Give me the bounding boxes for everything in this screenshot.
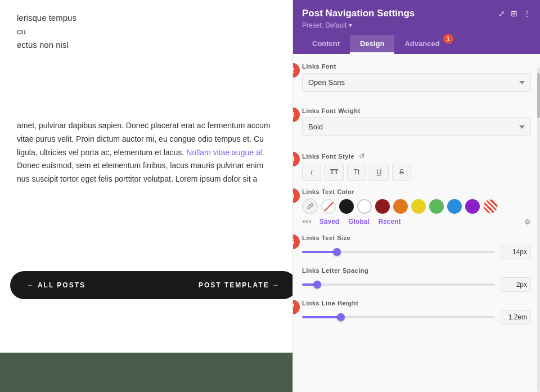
reset-font-style-icon[interactable]: ↺ xyxy=(359,152,365,160)
swatch-black[interactable] xyxy=(339,199,354,214)
more-options-icon[interactable]: ⋮ xyxy=(523,9,531,18)
underline-button[interactable]: U xyxy=(370,164,389,181)
links-font-style-section: 4 Links Font Style ↺ I TT Tt U S xyxy=(302,152,531,181)
links-font-section: 2 Links Font Open Sans Roboto Lato xyxy=(302,63,531,100)
links-letter-spacing-label: Links Letter Spacing xyxy=(302,267,531,274)
links-letter-spacing-slider-row xyxy=(302,277,531,292)
links-font-select[interactable]: Open Sans Roboto Lato xyxy=(302,73,531,92)
swatch-transparent[interactable] xyxy=(321,199,336,214)
top-line-1: lerisque tempus xyxy=(17,11,276,25)
bottom-green-strip xyxy=(0,353,292,392)
tab-content[interactable]: Content xyxy=(302,35,350,54)
swatch-orange[interactable] xyxy=(393,199,408,214)
scroll-track xyxy=(537,67,540,392)
links-text-size-slider-row xyxy=(302,245,531,259)
swatch-blue[interactable] xyxy=(447,199,462,214)
uppercase-button[interactable]: TT xyxy=(325,164,344,181)
links-letter-spacing-input[interactable] xyxy=(501,277,531,292)
italic-button[interactable]: I xyxy=(302,164,321,181)
font-style-buttons: I TT Tt U S xyxy=(302,164,531,181)
links-line-height-slider[interactable] xyxy=(302,316,495,318)
links-line-height-label: Links Line Height xyxy=(302,300,531,307)
body-text: amet, pulvinar dapibus sapien. Donec pla… xyxy=(17,119,276,186)
panel-header: Post Navigation Settings ⤢ ⊞ ⋮ Preset: D… xyxy=(293,0,540,54)
links-font-label: Links Font xyxy=(302,63,531,70)
step-badge-3: 3 xyxy=(293,107,300,122)
links-letter-spacing-slider[interactable] xyxy=(302,283,495,286)
color-settings-icon[interactable]: ⚙ xyxy=(524,218,531,226)
post-navigation-bar: ← ALL POSTS POST TEMPLATE → xyxy=(10,271,297,299)
links-font-style-label: Links Font Style xyxy=(302,153,354,160)
color-tabs-row: ••• Saved Global Recent ⚙ xyxy=(302,217,531,227)
all-posts-link[interactable]: ← ALL POSTS xyxy=(27,281,86,289)
swatch-white[interactable] xyxy=(357,199,372,214)
swatch-red[interactable] xyxy=(375,199,390,214)
global-color-tab[interactable]: Global xyxy=(344,217,374,227)
top-text-block: lerisque tempus cu ectus non nisl xyxy=(17,11,276,52)
eyedropper-button[interactable] xyxy=(302,199,318,214)
links-font-weight-label: Links Font Weight xyxy=(302,107,531,114)
panel-preset[interactable]: Preset: Default ▾ xyxy=(302,21,531,29)
panel-title-row: Post Navigation Settings ⤢ ⊞ ⋮ xyxy=(302,8,531,19)
links-line-height-section: 7 Links Line Height xyxy=(302,300,531,325)
columns-icon[interactable]: ⊞ xyxy=(511,9,518,18)
body-link[interactable]: Nullam vitae augue al xyxy=(186,148,262,157)
links-text-size-section: 6 Links Text Size xyxy=(302,235,531,259)
top-line-2: cu xyxy=(17,25,276,38)
top-line-3: ectus non nisl xyxy=(17,38,276,52)
color-row-wrap xyxy=(302,199,531,214)
links-text-size-slider[interactable] xyxy=(302,251,495,253)
settings-panel: Post Navigation Settings ⤢ ⊞ ⋮ Preset: D… xyxy=(292,0,540,392)
capitalize-button[interactable]: Tt xyxy=(347,164,366,181)
tab-design[interactable]: Design xyxy=(350,35,394,54)
saved-color-tab[interactable]: Saved xyxy=(315,217,344,227)
swatch-strikethrough[interactable] xyxy=(483,199,498,214)
step-badge-6a: 6 xyxy=(293,235,300,249)
step-badge-4: 4 xyxy=(293,152,300,166)
links-line-height-input[interactable] xyxy=(501,310,531,325)
links-text-color-section: 5 Links Text Color ••• Saved xyxy=(302,188,531,227)
font-style-label-row: Links Font Style ↺ xyxy=(302,152,531,160)
swatch-yellow[interactable] xyxy=(411,199,426,214)
step-badge-7: 7 xyxy=(293,300,300,314)
expand-icon[interactable]: ⤢ xyxy=(498,9,505,18)
step-badge-2: 2 xyxy=(293,63,300,78)
strikethrough-button[interactable]: S xyxy=(392,164,411,181)
panel-body: 2 Links Font Open Sans Roboto Lato 3 Lin… xyxy=(293,54,540,392)
left-content-area: lerisque tempus cu ectus non nisl amet, … xyxy=(0,0,292,392)
links-font-weight-section: 3 Links Font Weight Bold Normal Light xyxy=(302,107,531,144)
panel-title: Post Navigation Settings xyxy=(302,8,415,19)
post-template-link[interactable]: POST TEMPLATE → xyxy=(199,281,280,289)
links-text-size-label: Links Text Size xyxy=(302,235,531,241)
scroll-thumb[interactable] xyxy=(537,73,540,118)
links-font-weight-select[interactable]: Bold Normal Light xyxy=(302,118,531,136)
advanced-badge: 1 xyxy=(443,34,453,44)
links-line-height-slider-row xyxy=(302,310,531,325)
panel-title-icons: ⤢ ⊞ ⋮ xyxy=(498,9,531,18)
links-text-size-input[interactable] xyxy=(501,245,531,259)
recent-color-tab[interactable]: Recent xyxy=(374,217,406,227)
swatch-green[interactable] xyxy=(429,199,444,214)
step-badge-5: 5 xyxy=(293,188,300,203)
links-text-color-label: Links Text Color xyxy=(302,188,531,195)
links-letter-spacing-section: Links Letter Spacing xyxy=(302,267,531,292)
more-colors-dots[interactable]: ••• xyxy=(302,217,312,227)
tab-advanced[interactable]: Advanced 1 xyxy=(394,35,449,54)
panel-tabs: Content Design Advanced 1 xyxy=(302,35,531,54)
swatch-purple[interactable] xyxy=(465,199,480,214)
